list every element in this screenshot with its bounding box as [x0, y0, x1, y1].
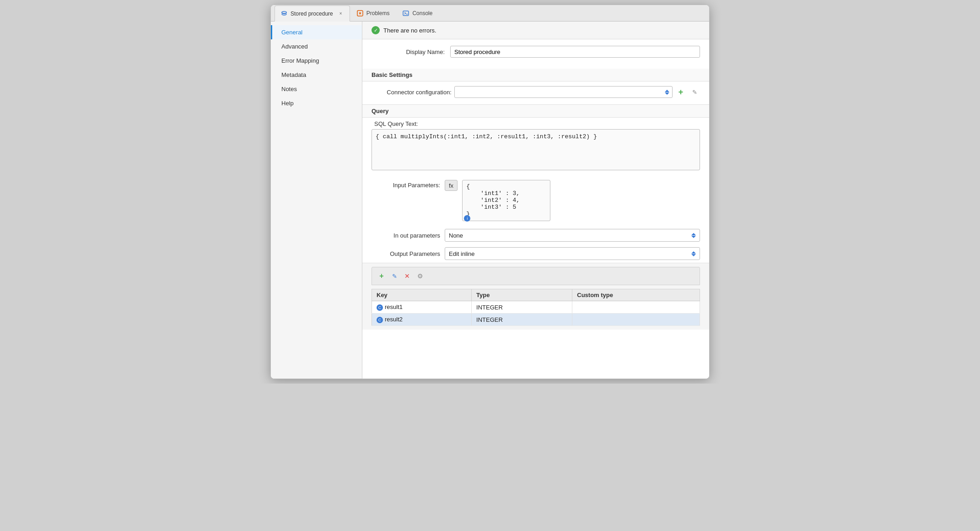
in-out-arrow-down [691, 236, 696, 238]
cell-custom-type [572, 314, 700, 326]
output-params-value: Edit inline [449, 250, 474, 257]
sql-query-textarea[interactable] [372, 129, 700, 170]
svg-point-1 [282, 11, 286, 13]
connector-select[interactable] [454, 86, 673, 98]
input-params-wrapper: i [462, 180, 700, 222]
col-custom-type: Custom type [572, 289, 700, 301]
output-params-table: Key Type Custom type Cresult1 INTEGER Cr… [372, 289, 700, 326]
status-bar: ✓ There are no errors. [362, 22, 709, 39]
add-connector-button[interactable]: + [675, 87, 686, 98]
cell-key: Cresult1 [372, 301, 472, 314]
output-params-label: Output Parameters [372, 250, 440, 257]
connector-row: Connector configuration: + ✎ [362, 81, 709, 103]
problems-icon [356, 10, 364, 17]
edit-row-icon: ✎ [392, 273, 397, 280]
input-params-row: Input Parameters: fx i [362, 176, 709, 226]
sidebar-item-metadata-label: Metadata [281, 71, 306, 78]
tab-console-label: Console [412, 10, 432, 16]
in-out-row: In out parameters None [362, 226, 709, 244]
output-toolbar: + ✎ ✕ ⚙ [372, 267, 700, 285]
arrow-down [665, 92, 669, 95]
display-name-input[interactable] [450, 46, 700, 58]
delete-row-button[interactable]: ✕ [402, 271, 412, 281]
content-area: ✓ There are no errors. Display Name: Bas… [362, 22, 709, 379]
output-arrows [691, 251, 696, 256]
add-row-button[interactable]: + [377, 271, 387, 281]
table-header-row: Key Type Custom type [372, 289, 700, 301]
row-icon: C [377, 304, 383, 311]
sidebar-item-error-mapping-label: Error Mapping [281, 57, 319, 64]
display-name-label: Display Name: [372, 49, 445, 55]
edit-row-button[interactable]: ✎ [389, 271, 399, 281]
connector-arrows [665, 90, 669, 95]
output-arrow-down [691, 254, 696, 256]
settings-button[interactable]: ⚙ [415, 271, 425, 281]
table-row[interactable]: Cresult2 INTEGER [372, 314, 700, 326]
sidebar: General Advanced Error Mapping Metadata … [271, 22, 362, 379]
input-params-label: Input Parameters: [372, 180, 440, 189]
sidebar-item-advanced[interactable]: Advanced [271, 39, 362, 54]
query-header: Query [362, 104, 709, 118]
db-icon [280, 10, 288, 17]
sidebar-item-help-label: Help [281, 100, 294, 107]
col-type: Type [472, 289, 572, 301]
edit-pencil-icon: ✎ [692, 89, 697, 96]
wrench-icon: ⚙ [417, 272, 423, 280]
sidebar-item-general[interactable]: General [271, 25, 362, 39]
output-table-section: + ✎ ✕ ⚙ Key Type [362, 263, 709, 330]
tab-stored-procedure[interactable]: Stored procedure × [275, 5, 350, 22]
tab-stored-procedure-label: Stored procedure [291, 11, 333, 17]
sql-query-section: SQL Query Text: [362, 118, 709, 176]
sidebar-item-error-mapping[interactable]: Error Mapping [271, 54, 362, 68]
in-out-value: None [449, 232, 463, 239]
table-row[interactable]: Cresult1 INTEGER [372, 301, 700, 314]
cell-custom-type [572, 301, 700, 314]
output-params-row: Output Parameters Edit inline [362, 244, 709, 263]
in-out-arrow-up [691, 233, 696, 235]
in-out-select[interactable]: None [445, 229, 700, 242]
col-key: Key [372, 289, 472, 301]
console-icon [402, 10, 409, 17]
sidebar-item-help[interactable]: Help [271, 96, 362, 110]
sidebar-item-advanced-label: Advanced [281, 43, 308, 50]
cell-type: INTEGER [472, 301, 572, 314]
plus-icon: + [678, 87, 684, 97]
cell-key: Cresult2 [372, 314, 472, 326]
display-name-section: Display Name: [362, 39, 709, 69]
add-row-icon: + [379, 272, 383, 280]
tab-problems[interactable]: Problems [350, 5, 396, 21]
basic-settings-header: Basic Settings [362, 69, 709, 81]
in-out-label: In out parameters [372, 232, 440, 239]
status-message: There are no errors. [383, 27, 436, 34]
tab-console[interactable]: Console [396, 5, 439, 21]
sidebar-item-notes-label: Notes [281, 86, 297, 92]
display-name-row: Display Name: [372, 46, 700, 58]
sidebar-item-notes[interactable]: Notes [271, 82, 362, 96]
sidebar-item-general-label: General [281, 29, 302, 36]
output-arrow-up [691, 251, 696, 254]
tab-problems-label: Problems [366, 10, 390, 16]
edit-connector-button[interactable]: ✎ [689, 87, 700, 98]
input-params-textarea[interactable] [462, 180, 550, 221]
delete-row-icon: ✕ [404, 272, 410, 280]
sql-query-label: SQL Query Text: [372, 120, 700, 127]
fx-button[interactable]: fx [445, 180, 458, 191]
sidebar-item-metadata[interactable]: Metadata [271, 68, 362, 82]
main-area: General Advanced Error Mapping Metadata … [271, 22, 709, 379]
arrow-up [665, 90, 669, 92]
tab-bar: Stored procedure × Problems Cons [271, 5, 709, 22]
in-out-arrows [691, 233, 696, 238]
status-ok-icon: ✓ [372, 26, 380, 34]
row-icon: C [377, 317, 383, 323]
cell-type: INTEGER [472, 314, 572, 326]
output-params-select[interactable]: Edit inline [445, 247, 700, 260]
connector-label: Connector configuration: [372, 89, 452, 96]
tab-close-button[interactable]: × [338, 11, 344, 17]
main-window: Stored procedure × Problems Cons [270, 5, 710, 379]
